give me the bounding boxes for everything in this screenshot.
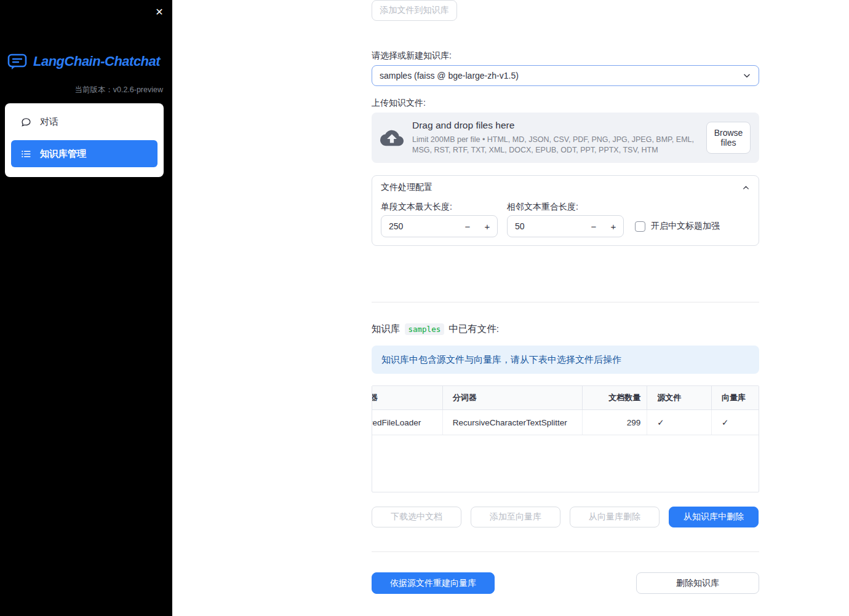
- delete-from-vector-store-button[interactable]: 从向量库删除: [570, 507, 660, 527]
- max-length-input[interactable]: 250 − +: [381, 215, 498, 237]
- file-limit-text: Limit 200MB per file • HTML, MD, JSON, C…: [412, 135, 704, 156]
- main-content: 请选择或新建知识库: samples (faiss @ bge-large-zh…: [372, 0, 759, 616]
- cell-splitter: RecursiveCharacterTextSplitter: [443, 410, 583, 435]
- kb-name-code: samples: [405, 323, 445, 335]
- column-header-source-file[interactable]: 源文件: [647, 386, 712, 409]
- checkbox-label: 开启中文标题加强: [651, 221, 720, 232]
- download-selected-button[interactable]: 下载选中文档: [372, 507, 461, 527]
- sidebar-menu: 对话 知识库管理: [5, 103, 164, 177]
- logo-chat-icon: [7, 53, 28, 70]
- sidebar: ✕ LangChain-Chatchat 当前版本：v0.2.6-preview…: [0, 0, 172, 616]
- chat-bubble-icon: [21, 117, 31, 127]
- version-text: 当前版本：v0.2.6-preview: [74, 85, 163, 95]
- column-header-vector-store[interactable]: 向量库: [712, 386, 759, 409]
- table-action-buttons: 下载选中文档 添加至向量库 从向量库删除 从知识库中删除: [372, 507, 759, 527]
- logo-text: LangChain-Chatchat: [33, 53, 160, 69]
- max-length-label: 单段文本最大长度:: [381, 202, 452, 213]
- expander-header[interactable]: 文件处理配置: [372, 176, 759, 199]
- cloud-upload-icon: [380, 130, 405, 146]
- cell-source-file-check: ✓: [647, 410, 712, 435]
- add-to-vector-store-button[interactable]: 添加至向量库: [471, 507, 560, 527]
- kb-select-value: samples (faiss @ bge-large-zh-v1.5): [380, 71, 519, 81]
- cell-vector-store-check: ✓: [712, 410, 759, 435]
- sidebar-item-kb-management[interactable]: 知识库管理: [11, 140, 157, 167]
- list-icon: [21, 149, 31, 159]
- drag-drop-text: Drag and drop files here: [412, 120, 704, 131]
- file-dropzone[interactable]: Drag and drop files here Limit 200MB per…: [372, 113, 759, 163]
- sidebar-item-label: 对话: [40, 116, 58, 128]
- chinese-title-checkbox[interactable]: 开启中文标题加强: [635, 221, 720, 232]
- info-banner: 知识库中包含源文件与向量库，请从下表中选择文件后操作: [372, 346, 759, 374]
- sidebar-close-button[interactable]: ✕: [151, 4, 167, 20]
- rebuild-vector-store-button[interactable]: 依据源文件重建向量库: [372, 572, 495, 594]
- divider: [372, 551, 759, 552]
- info-text: 知识库中包含源文件与向量库，请从下表中选择文件后操作: [381, 354, 621, 366]
- column-header-loader[interactable]: 器: [372, 386, 443, 409]
- sidebar-item-label: 知识库管理: [40, 148, 86, 160]
- app-logo: LangChain-Chatchat: [7, 53, 160, 70]
- dropzone-text: Drag and drop files here Limit 200MB per…: [412, 120, 704, 156]
- expander-title: 文件处理配置: [381, 182, 432, 193]
- max-length-value: 250: [381, 221, 458, 231]
- table-row[interactable]: redFileLoader RecursiveCharacterTextSpli…: [372, 410, 759, 435]
- close-icon: ✕: [155, 6, 163, 18]
- overlap-label: 相邻文本重合长度:: [507, 202, 578, 213]
- delete-from-kb-button[interactable]: 从知识库中删除: [669, 507, 759, 527]
- upload-label: 上传知识文件:: [372, 98, 759, 109]
- column-header-doc-count[interactable]: 文档数量: [583, 386, 647, 409]
- table-header-row: 器 分词器 文档数量 源文件 向量库: [372, 386, 759, 410]
- kb-files-heading: 知识库 samples 中已有文件:: [372, 323, 759, 336]
- delete-kb-button[interactable]: 删除知识库: [636, 572, 759, 594]
- divider: [372, 302, 759, 302]
- chevron-down-icon: [743, 71, 751, 80]
- overlap-input[interactable]: 50 − +: [507, 215, 624, 237]
- overlap-value: 50: [508, 221, 584, 231]
- kb-files-suffix: 中已有文件:: [448, 323, 499, 336]
- checkbox-icon[interactable]: [635, 221, 645, 232]
- minus-button[interactable]: −: [458, 216, 477, 237]
- sidebar-item-chat[interactable]: 对话: [11, 108, 157, 135]
- cell-loader: redFileLoader: [372, 410, 443, 435]
- kb-select[interactable]: samples (faiss @ bge-large-zh-v1.5): [372, 65, 759, 86]
- kb-bottom-actions: 依据源文件重建向量库 删除知识库: [372, 572, 759, 594]
- browse-files-button[interactable]: Browse files: [706, 122, 751, 154]
- add-files-to-kb-button[interactable]: 添加文件到知识库: [372, 0, 457, 21]
- chevron-up-icon: [742, 184, 750, 192]
- kb-files-prefix: 知识库: [372, 323, 401, 336]
- kb-files-table: 器 分词器 文档数量 源文件 向量库 redFileLoader Recursi…: [372, 385, 759, 492]
- file-config-expander: 文件处理配置 单段文本最大长度: 相邻文本重合长度: 250 − + 50 − …: [372, 175, 759, 246]
- kb-select-label: 请选择或新建知识库:: [372, 50, 759, 61]
- minus-button[interactable]: −: [584, 216, 604, 237]
- cell-doc-count: 299: [583, 410, 647, 435]
- plus-button[interactable]: +: [477, 216, 497, 237]
- plus-button[interactable]: +: [604, 216, 623, 237]
- column-header-splitter[interactable]: 分词器: [443, 386, 583, 409]
